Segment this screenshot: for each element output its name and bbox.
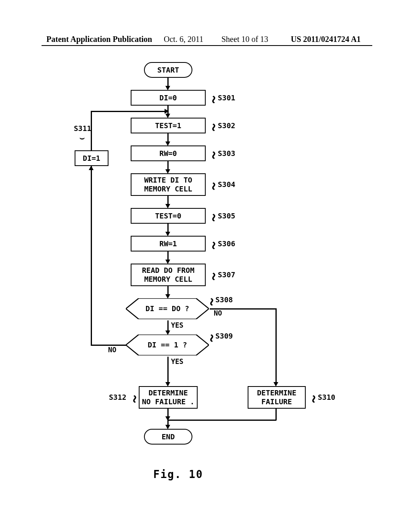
header-rule	[42, 45, 372, 46]
s308-text: DI == DO ?	[146, 304, 189, 313]
label-s306: S306	[218, 239, 235, 248]
label-s311: S311	[74, 124, 91, 133]
label-s308: S308	[215, 295, 233, 304]
process-s311: DI=1	[75, 150, 108, 166]
s307-line2: MEMORY CELL	[131, 275, 205, 284]
figure-label: Fig. 10	[153, 468, 203, 480]
header-date: Oct. 6, 2011	[164, 35, 203, 44]
terminator-start: START	[144, 62, 192, 78]
s304-line1: WRITE DI TO	[131, 176, 205, 185]
s312-line2: NO FAILURE .	[140, 397, 197, 406]
label-s310: S310	[318, 393, 335, 401]
label-s302: S302	[218, 121, 235, 130]
decision-s308: DI == DO ?	[126, 298, 209, 319]
process-s305: TEST=0	[131, 208, 206, 224]
label-s309-yes: YES	[171, 357, 184, 366]
label-s304: S304	[218, 180, 235, 189]
header-pubnum: US 2011/0241724 A1	[291, 35, 361, 44]
process-s303: RW=0	[131, 145, 206, 161]
s304-line2: MEMORY CELL	[131, 185, 205, 193]
process-s304: WRITE DI TO MEMORY CELL	[131, 173, 206, 196]
label-s301: S301	[218, 94, 235, 102]
flowchart: START DI=0 〜 S301 TEST=1 〜 S302 RW=0 〜 S…	[97, 56, 371, 468]
terminator-end: END	[144, 429, 192, 445]
decision-s309: DI == 1 ?	[126, 335, 209, 355]
s309-text: DI == 1 ?	[148, 341, 187, 349]
process-s307: READ DO FROM MEMORY CELL	[131, 264, 206, 286]
header-left: Patent Application Publication	[46, 35, 152, 44]
process-s302: TEST=1	[131, 118, 206, 133]
s307-line1: READ DO FROM	[131, 266, 205, 275]
label-s309-no: NO	[108, 346, 116, 354]
label-s308-no: NO	[214, 309, 222, 317]
process-s306: RW=1	[131, 236, 206, 251]
header-sheet: Sheet 10 of 13	[221, 35, 268, 44]
label-s303: S303	[218, 149, 235, 158]
s312-line1: DETERMINE	[140, 389, 197, 397]
process-s312: DETERMINE NO FAILURE .	[139, 386, 198, 409]
label-s307: S307	[218, 270, 235, 279]
label-s309: S309	[215, 332, 233, 340]
label-s305: S305	[218, 212, 235, 220]
process-s301: DI=0	[131, 90, 206, 106]
label-s312: S312	[109, 393, 126, 401]
process-s310: DETERMINE FAILURE	[248, 386, 306, 409]
label-s308-yes: YES	[171, 321, 184, 329]
s310-line2: FAILURE	[248, 397, 305, 406]
s310-line1: DETERMINE	[248, 389, 305, 397]
